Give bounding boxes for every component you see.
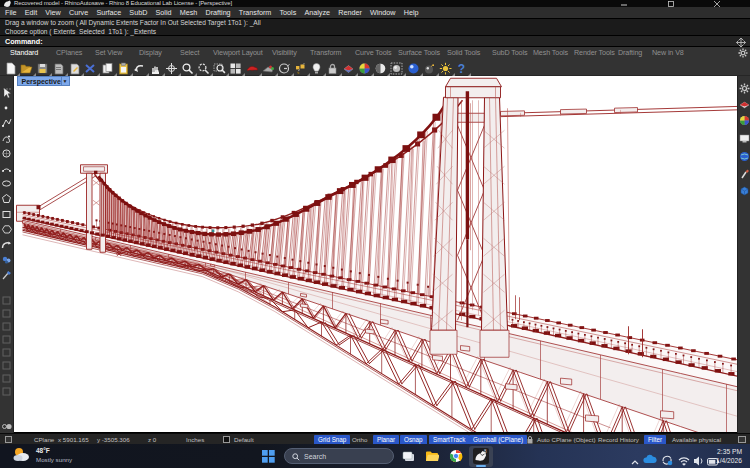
svg-text:?: ?	[458, 62, 465, 75]
